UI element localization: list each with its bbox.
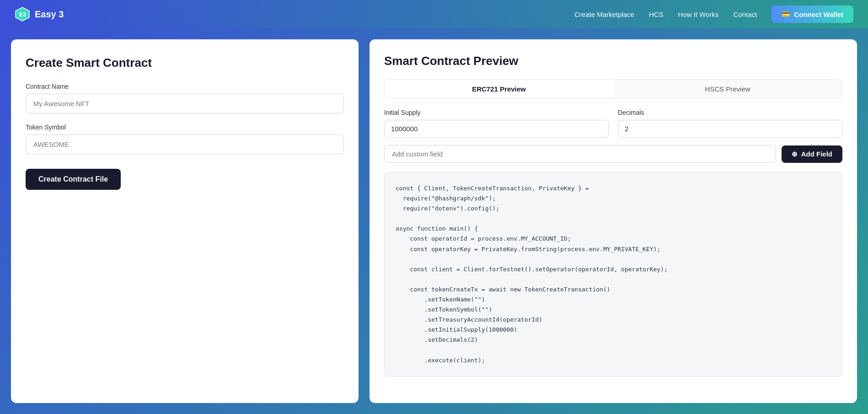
plus-circle-icon: ⊕ <box>792 150 798 158</box>
code-content: const { Client, TokenCreateTransaction, … <box>396 183 831 366</box>
initial-supply-group: Initial Supply <box>384 109 609 138</box>
hcs-link[interactable]: HCS <box>649 11 664 18</box>
preview-tabs: ERC721 Preview HSCS Preview <box>384 79 842 99</box>
logo-icon: E3 <box>15 6 30 22</box>
decimals-label: Decimals <box>618 109 842 116</box>
create-contract-button[interactable]: Create Contract File <box>26 169 121 190</box>
left-panel: Create Smart Contract Contract Name Toke… <box>11 39 359 403</box>
right-panel: Smart Contract Preview ERC721 Preview HS… <box>370 39 857 403</box>
logo-text: Easy 3 <box>35 9 64 20</box>
tab-erc721[interactable]: ERC721 Preview <box>385 80 613 98</box>
token-symbol-input[interactable] <box>26 134 344 154</box>
custom-field-row: ⊕ Add Field <box>384 145 842 163</box>
add-field-label: Add Field <box>801 150 832 158</box>
custom-field-input[interactable] <box>384 145 776 163</box>
wallet-icon: 💳 <box>782 10 790 18</box>
decimals-group: Decimals <box>618 109 842 138</box>
how-it-works-link[interactable]: How It Works <box>678 11 719 18</box>
create-marketplace-link[interactable]: Create Marketplace <box>574 11 634 18</box>
initial-supply-input[interactable] <box>384 120 609 138</box>
token-symbol-group: Token Symbol <box>26 124 344 154</box>
contract-name-group: Contract Name <box>26 83 344 113</box>
supply-row: Initial Supply Decimals <box>384 109 842 138</box>
tab-hscs[interactable]: HSCS Preview <box>613 80 842 98</box>
decimals-input[interactable] <box>618 120 842 138</box>
contract-name-input[interactable] <box>26 94 344 113</box>
connect-wallet-button[interactable]: 💳 Connect Wallet <box>772 5 853 23</box>
connect-wallet-label: Connect Wallet <box>794 11 843 18</box>
svg-text:E3: E3 <box>19 11 26 18</box>
contract-name-label: Contract Name <box>26 83 344 90</box>
right-panel-title: Smart Contract Preview <box>384 54 842 68</box>
contact-link[interactable]: Contact <box>734 11 757 18</box>
logo: E3 Easy 3 <box>15 6 64 22</box>
add-field-button[interactable]: ⊕ Add Field <box>782 145 842 163</box>
code-preview: const { Client, TokenCreateTransaction, … <box>384 172 842 377</box>
navbar: E3 Easy 3 Create Marketplace HCS How It … <box>0 0 868 28</box>
main-content: Create Smart Contract Contract Name Toke… <box>0 28 868 414</box>
token-symbol-label: Token Symbol <box>26 124 344 131</box>
left-panel-title: Create Smart Contract <box>26 56 344 70</box>
nav-links: Create Marketplace HCS How It Works Cont… <box>574 5 853 23</box>
initial-supply-label: Initial Supply <box>384 109 609 116</box>
